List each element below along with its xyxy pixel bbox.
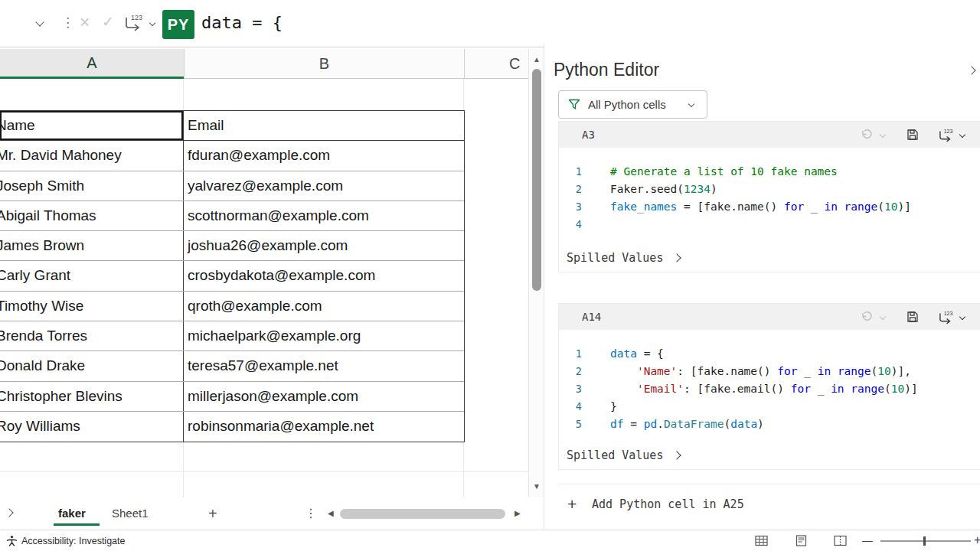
sheet-tab-sheet1[interactable]: Sheet1 [112, 497, 149, 530]
tab-bar-menu-icon[interactable]: ⋮ [305, 497, 317, 530]
name-cell[interactable]: Brenda Torres [0, 321, 184, 350]
add-python-cell-button[interactable]: + Add Python cell in A25 [544, 490, 980, 519]
horizontal-scrollbar-thumb[interactable] [340, 509, 505, 519]
formula-input[interactable]: data = { [201, 0, 283, 46]
zoom-out-button[interactable]: — [862, 530, 873, 551]
hscroll-right-icon[interactable]: ▶ [514, 497, 521, 530]
name-header-cell[interactable]: Name [0, 111, 184, 140]
code-line[interactable]: 3 'Email': [fake.email() for _ in range(… [559, 380, 980, 398]
spreadsheet-grid[interactable]: Name Email Mr. David Mahoneyfduran@examp… [0, 79, 528, 497]
name-cell[interactable]: Abigail Thomas [0, 201, 184, 230]
python-output-type-icon[interactable]: 123 [121, 12, 145, 34]
cancel-icon[interactable]: × [80, 0, 90, 46]
python-output-chevron-icon[interactable] [149, 20, 155, 26]
save-icon[interactable] [906, 129, 919, 141]
email-cell[interactable]: teresa57@example.net [184, 351, 464, 380]
formula-bar-menu-icon[interactable]: ⋮ [61, 0, 74, 46]
name-cell[interactable]: Joseph Smith [0, 171, 184, 201]
email-cell[interactable]: fduran@example.com [184, 141, 464, 170]
zoom-in-button[interactable]: + [974, 530, 980, 551]
name-cell[interactable]: Roy Williams [0, 412, 184, 442]
email-cell[interactable]: qroth@example.com [184, 292, 464, 321]
vertical-scrollbar[interactable]: ▲ ▼ [528, 49, 544, 497]
plus-icon: + [567, 490, 577, 519]
column-header-b[interactable]: B [184, 49, 464, 79]
sheet-tab-bar: faker Sheet1 + ⋮ ◀ ▶ [0, 497, 544, 530]
code-line[interactable]: 4 [559, 216, 980, 233]
code-editor[interactable]: 1data = {2 'Name': [fake.name() for _ in… [559, 330, 980, 442]
name-cell[interactable]: Christopher Blevins [0, 382, 184, 411]
email-cell[interactable]: yalvarez@example.com [184, 171, 464, 201]
run-output-type-icon[interactable]: 123 [936, 309, 956, 326]
sheet-nav-chevron-icon[interactable] [5, 508, 13, 517]
name-cell[interactable]: Carly Grant [0, 261, 184, 290]
panel-collapse-icon[interactable] [967, 66, 975, 74]
code-line[interactable]: 1# Generate a list of 10 fake names [559, 163, 980, 181]
status-bar: Accessibility: Investigate — + [0, 530, 980, 551]
spilled-values-chevron-icon [673, 451, 681, 459]
save-icon[interactable] [906, 311, 919, 323]
undo-icon[interactable] [861, 311, 873, 323]
scroll-down-icon[interactable]: ▼ [529, 482, 544, 491]
spilled-values-toggle[interactable]: Spilled Values [559, 442, 980, 469]
spilled-values-toggle[interactable]: Spilled Values [559, 244, 980, 272]
add-sheet-button[interactable]: + [208, 497, 217, 530]
code-line[interactable]: 4} [559, 398, 980, 416]
filter-funnel-icon [568, 99, 580, 110]
table-row: Brenda Torresmichaelpark@example.org [0, 321, 464, 351]
enter-icon[interactable]: ✓ [102, 0, 114, 46]
code-line[interactable]: 2Faker.seed(1234) [559, 181, 980, 198]
page-break-view-icon[interactable] [834, 535, 847, 546]
name-box-chevron-icon[interactable] [35, 18, 44, 26]
email-cell[interactable]: scottnorman@example.com [184, 201, 464, 230]
undo-chevron-icon[interactable] [880, 314, 886, 320]
name-cell[interactable]: Donald Drake [0, 351, 184, 380]
svg-text:123: 123 [131, 14, 142, 21]
python-editor-panel: Python Editor All Python cells A3 [544, 44, 980, 530]
page-layout-view-icon[interactable] [795, 535, 808, 546]
cell-reference: A14 [582, 304, 601, 330]
column-header-a[interactable]: A [0, 49, 184, 79]
line-number: 5 [559, 416, 582, 433]
svg-text:123: 123 [944, 129, 953, 134]
hscroll-left-icon[interactable]: ◀ [328, 497, 334, 530]
email-cell[interactable]: joshua26@example.com [184, 231, 464, 260]
accessibility-icon [6, 535, 18, 546]
data-table: Name Email Mr. David Mahoneyfduran@examp… [0, 110, 465, 442]
normal-view-icon[interactable] [755, 535, 768, 546]
code-line[interactable]: 1data = { [559, 345, 980, 363]
vertical-scrollbar-thumb[interactable] [532, 69, 541, 291]
table-row: Roy Williamsrobinsonmaria@example.net [0, 412, 464, 442]
python-cell-card-a14: A14 123 1data = {2 'Name' [558, 303, 980, 470]
column-header-c[interactable]: C [464, 49, 528, 79]
zoom-slider-thumb[interactable] [923, 536, 926, 546]
run-chevron-icon[interactable] [959, 132, 965, 138]
cell-reference: A3 [582, 122, 595, 148]
email-cell[interactable]: robinsonmaria@example.net [184, 412, 464, 442]
python-cell-card-a3: A3 123 1# Generate a list of [558, 121, 980, 272]
run-chevron-icon[interactable] [959, 314, 965, 320]
email-cell[interactable]: michaelpark@example.org [184, 321, 464, 350]
email-cell[interactable]: millerjason@example.com [184, 382, 464, 411]
filter-label: All Python cells [588, 91, 666, 118]
table-row: Donald Draketeresa57@example.net [0, 351, 464, 381]
add-python-cell-label: Add Python cell in A25 [592, 490, 744, 519]
name-cell[interactable]: Mr. David Mahoney [0, 141, 184, 170]
table-header-row: Name Email [0, 111, 464, 141]
name-cell[interactable]: James Brown [0, 231, 184, 260]
run-output-type-icon[interactable]: 123 [936, 127, 956, 144]
code-line[interactable]: 5df = pd.DataFrame(data) [559, 416, 980, 433]
code-line[interactable]: 3fake_names = [fake.name() for _ in rang… [559, 198, 980, 216]
code-editor[interactable]: 1# Generate a list of 10 fake names2Fake… [559, 148, 980, 244]
accessibility-status[interactable]: Accessibility: Investigate [21, 530, 125, 551]
formula-bar: ⋮ × ✓ 123 PY data = { [0, 0, 980, 47]
undo-icon[interactable] [861, 129, 873, 141]
scroll-up-icon[interactable]: ▲ [529, 55, 544, 64]
email-header-cell[interactable]: Email [184, 111, 464, 140]
zoom-slider-track[interactable] [880, 540, 971, 542]
email-cell[interactable]: crosbydakota@example.com [184, 261, 464, 290]
undo-chevron-icon[interactable] [880, 132, 886, 138]
python-cells-filter[interactable]: All Python cells [558, 90, 707, 119]
code-line[interactable]: 2 'Name': [fake.name() for _ in range(10… [559, 363, 980, 380]
name-cell[interactable]: Timothy Wise [0, 292, 184, 321]
